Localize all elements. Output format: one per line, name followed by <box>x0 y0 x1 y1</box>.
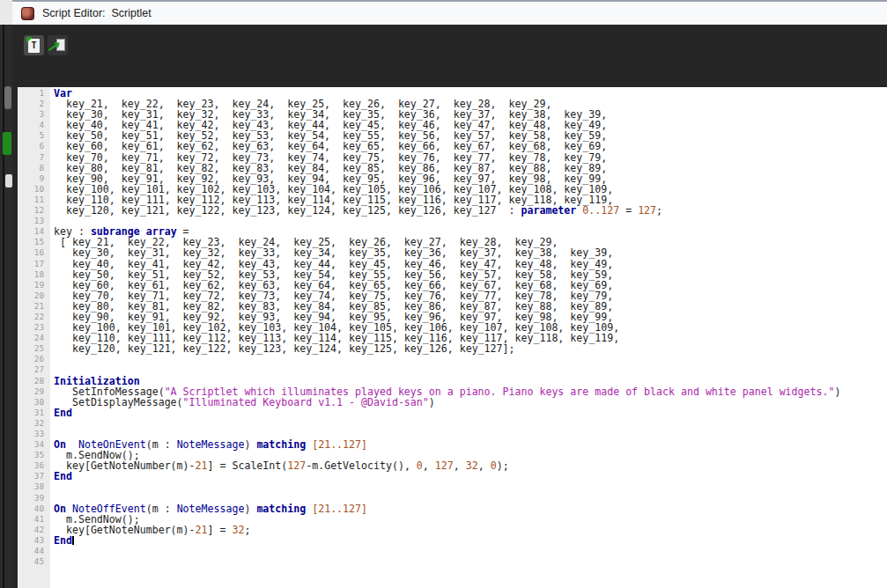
line-number: 6 <box>18 141 50 151</box>
line-number: 36 <box>18 460 50 471</box>
line-number: 11 <box>18 195 50 205</box>
code-line-12[interactable]: 12 key_120, key_121, key_122, key_123, k… <box>18 205 887 216</box>
line-number: 32 <box>18 418 50 429</box>
line-number: 38 <box>18 481 50 492</box>
line-number: 27 <box>18 364 50 375</box>
code-text: key[GetNoteNumber(m)-21] = ScaleInt(127-… <box>50 459 509 472</box>
code-text: key_120, key_121, key_122, key_123, key_… <box>50 342 515 355</box>
line-number: 8 <box>18 163 50 173</box>
background-panel-notch <box>5 174 12 187</box>
code-line-25[interactable]: 25 key_120, key_121, key_122, key_123, k… <box>18 343 887 354</box>
background-green-slot <box>3 132 11 155</box>
code-text <box>50 555 54 568</box>
code-line-37[interactable]: 37End <box>18 471 887 481</box>
line-number: 30 <box>18 397 50 408</box>
text-caret <box>72 536 74 545</box>
code-line-43[interactable]: 43End <box>18 535 887 546</box>
green-flag-icon <box>26 37 33 43</box>
code-text: SetDisplayMessage("Illuminated Keyboard … <box>50 396 435 408</box>
code-editor[interactable]: 1Var2 key_21, key_22, key_23, key_24, ke… <box>18 87 887 588</box>
editor-toolbar: T Scriptlet Script (Live) <box>12 25 887 87</box>
line-number: 15 <box>18 237 50 247</box>
window-title: Script Editor: Scriptlet <box>42 7 152 19</box>
line-number: 17 <box>18 259 50 269</box>
line-number: 19 <box>18 280 50 290</box>
line-number: 14 <box>18 226 50 237</box>
line-number: 12 <box>18 205 50 216</box>
line-number: 35 <box>18 450 50 460</box>
line-number: 26 <box>18 354 50 364</box>
background-scrollbar-thumb <box>4 86 11 109</box>
line-number: 9 <box>18 173 50 184</box>
line-number: 18 <box>18 269 50 280</box>
line-number: 29 <box>18 386 50 397</box>
line-number: 28 <box>18 376 50 386</box>
code-line-31[interactable]: 31End <box>18 408 887 418</box>
code-line-42[interactable]: 42 key[GetNoteNumber(m)-21] = 32; <box>18 525 887 535</box>
edit-as-text-button[interactable]: T <box>24 35 44 55</box>
background-window-divider <box>3 25 4 588</box>
code-line-36[interactable]: 36 key[GetNoteNumber(m)-21] = ScaleInt(1… <box>18 460 887 471</box>
line-number: 43 <box>18 535 50 546</box>
line-number: 23 <box>18 322 50 333</box>
line-number: 13 <box>18 216 50 226</box>
line-number: 21 <box>18 301 50 312</box>
line-number: 31 <box>18 408 50 418</box>
line-number: 24 <box>18 333 50 343</box>
find-in-script-button[interactable] <box>48 35 68 55</box>
line-number: 5 <box>18 130 50 141</box>
line-number: 20 <box>18 290 50 301</box>
line-number: 10 <box>18 184 50 195</box>
code-text: key_120, key_121, key_122, key_123, key_… <box>50 204 662 217</box>
line-number: 2 <box>18 99 50 109</box>
text-document-icon: T <box>28 39 40 53</box>
line-number: 41 <box>18 514 50 525</box>
code-line-40[interactable]: 40On NoteOffEvent(m : NoteMessage) match… <box>18 503 887 514</box>
code-text: End <box>50 534 74 547</box>
line-number: 7 <box>18 152 50 163</box>
line-number: 44 <box>18 546 50 556</box>
code-lines: 1Var2 key_21, key_22, key_23, key_24, ke… <box>18 88 887 567</box>
code-line-32[interactable]: 32 <box>18 418 887 429</box>
script-editor-window: Script Editor: Scriptlet T Scriptlet Scr… <box>12 0 887 588</box>
line-number: 39 <box>18 493 50 503</box>
line-number: 16 <box>18 247 50 258</box>
window-titlebar[interactable]: Script Editor: Scriptlet <box>12 2 887 25</box>
line-number: 3 <box>18 109 50 120</box>
search-document-icon <box>49 38 66 53</box>
code-line-26[interactable]: 26 <box>18 354 887 364</box>
code-line-27[interactable]: 27 <box>18 364 887 375</box>
code-line-45[interactable]: 45 <box>18 556 887 567</box>
line-number: 25 <box>18 343 50 354</box>
code-line-34[interactable]: 34On NoteOnEvent(m : NoteMessage) matchi… <box>18 439 887 450</box>
line-number: 40 <box>18 503 50 514</box>
code-line-44[interactable]: 44 <box>18 546 887 556</box>
code-line-30[interactable]: 30 SetDisplayMessage("Illuminated Keyboa… <box>18 397 887 408</box>
line-number: 33 <box>18 429 50 439</box>
cantabile-logo-icon <box>21 7 34 20</box>
line-number: 4 <box>18 120 50 130</box>
code-text: key[GetNoteNumber(m)-21] = 32; <box>50 524 250 536</box>
screen: Script Editor: Scriptlet T Scriptlet Scr… <box>0 0 887 588</box>
line-number: 37 <box>18 471 50 481</box>
line-number: 34 <box>18 439 50 450</box>
background-window-titlebar-edge <box>0 0 12 25</box>
code-line-38[interactable]: 38 <box>18 481 887 492</box>
line-number: 1 <box>18 88 50 99</box>
background-window-strip <box>0 0 12 588</box>
line-number: 22 <box>18 312 50 322</box>
line-number: 45 <box>18 556 50 567</box>
line-number: 42 <box>18 525 50 535</box>
